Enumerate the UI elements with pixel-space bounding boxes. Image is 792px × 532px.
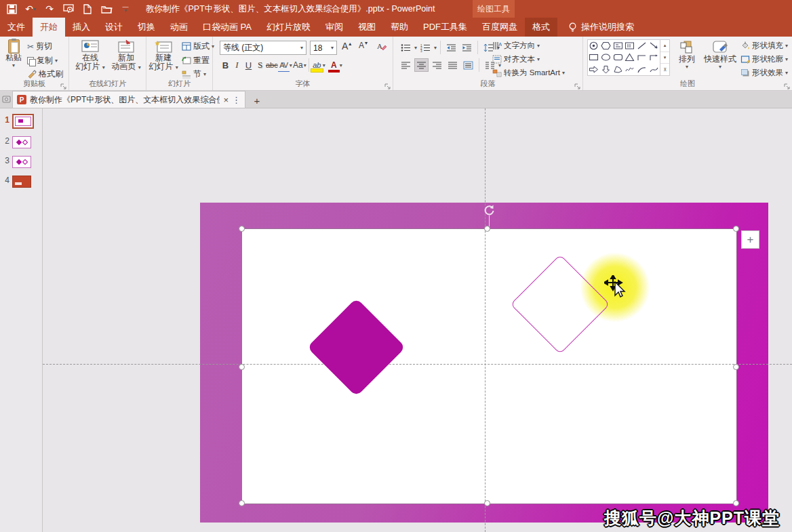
shape-block-arrow-right[interactable] (588, 64, 600, 75)
tab-design[interactable]: 设计 (98, 18, 130, 37)
tab-help[interactable]: 帮助 (383, 18, 416, 37)
new-tab-button[interactable]: + (250, 93, 264, 108)
layout-button[interactable]: 版式▾ (182, 40, 214, 53)
slide-editing-canvas[interactable]: + 搜狐号@大神PPT课堂 (43, 108, 792, 532)
distribute-text-button[interactable] (461, 58, 475, 72)
tab-pocket-animation[interactable]: 口袋动画 PA (195, 18, 259, 37)
shape-block-arrow-down[interactable] (600, 64, 612, 75)
tab-slideshow[interactable]: 幻灯片放映 (259, 18, 318, 37)
drawing-dialog-launcher[interactable] (783, 81, 791, 88)
shape-arc[interactable] (636, 64, 648, 75)
tab-insert[interactable]: 插入 (65, 18, 98, 37)
align-left-button[interactable] (399, 58, 413, 72)
tab-animations[interactable]: 动画 (163, 18, 195, 37)
text-highlight-button[interactable]: ab (311, 58, 323, 72)
font-dialog-launcher[interactable] (384, 81, 391, 88)
shape-hexagon[interactable] (600, 40, 612, 52)
shape-vertical-text-box[interactable] (624, 40, 636, 52)
shape-curve[interactable] (648, 64, 660, 75)
shape-triangle[interactable] (624, 52, 636, 63)
gallery-scroll-down[interactable]: ▾ (660, 52, 669, 64)
resize-handle-bottom-center[interactable] (484, 500, 490, 506)
slide-thumbnail-1[interactable]: 1 (3, 114, 42, 129)
tab-home[interactable]: 开始 (33, 18, 65, 37)
resize-handle-bottom-left[interactable] (239, 500, 245, 506)
arrange-button[interactable]: 排列 ▾ (674, 40, 700, 70)
shape-fill-button[interactable]: 形状填充▾ (740, 41, 788, 51)
numbering-button[interactable]: 123 (418, 41, 433, 54)
clipboard-dialog-launcher[interactable] (60, 81, 67, 88)
justify-button[interactable] (446, 58, 460, 72)
customize-qat-icon[interactable]: —▾ (119, 2, 132, 16)
shape-rounded-rectangle[interactable] (612, 52, 624, 63)
resize-handle-middle-left[interactable] (239, 364, 245, 370)
slide-thumbnail-4[interactable]: 4 (3, 174, 42, 188)
tab-more-icon[interactable]: ⋮ (232, 95, 241, 105)
shape-text-box[interactable] (612, 40, 624, 52)
bullets-button[interactable] (399, 41, 413, 54)
shape-line[interactable] (636, 40, 648, 52)
shape-action-button[interactable] (588, 40, 600, 52)
shape-effects-button[interactable]: 形状效果▾ (740, 68, 788, 78)
cut-button[interactable]: ✂ 剪切 (27, 40, 52, 53)
tab-bar-menu-icon[interactable] (0, 90, 12, 108)
resize-handle-bottom-right[interactable] (733, 500, 739, 506)
new-slide-button[interactable]: 新建 幻灯片 ▾ (148, 40, 179, 72)
redo-button[interactable]: ↷ (43, 2, 56, 16)
underline-button[interactable]: U (243, 58, 254, 72)
tab-review[interactable]: 审阅 (318, 18, 351, 37)
align-center-button[interactable] (414, 58, 429, 72)
insert-placeholder-button[interactable]: + (741, 230, 759, 249)
undo-dropdown-icon[interactable]: ▾ (33, 6, 36, 12)
paste-button[interactable]: 粘贴 ▾ (4, 39, 23, 68)
increase-font-size-button[interactable]: A▴ (342, 41, 351, 52)
gallery-more-button[interactable]: ⊼ (660, 64, 669, 75)
decrease-font-size-button[interactable]: A▾ (359, 41, 368, 50)
resize-handle-top-left[interactable] (239, 226, 245, 232)
tab-transitions[interactable]: 切换 (130, 18, 163, 37)
tell-me-search[interactable]: 操作说明搜索 (561, 18, 641, 37)
resize-handle-middle-right[interactable] (733, 364, 739, 370)
convert-to-smartart-button[interactable]: 转换为 SmartArt▾ (492, 68, 565, 78)
slideshow-from-start-icon[interactable] (62, 2, 75, 16)
font-family-combobox[interactable]: 等线 (正文)▾ (220, 41, 306, 55)
tab-close-icon[interactable]: × (223, 95, 229, 105)
shape-rectangle[interactable] (588, 52, 600, 63)
character-spacing-button[interactable]: AV (278, 58, 290, 72)
tab-file[interactable]: 文件 (0, 18, 33, 37)
shape-elbow-arrow-connector[interactable] (648, 52, 660, 63)
slide-thumbnail-3[interactable]: 3 (3, 155, 42, 168)
selected-white-rectangle[interactable] (242, 229, 736, 504)
resize-handle-top-center[interactable] (484, 226, 490, 232)
increase-indent-button[interactable] (460, 41, 474, 54)
tab-baidu-netdisk[interactable]: 百度网盘 (475, 18, 525, 37)
align-text-button[interactable]: 对齐文本▾ (492, 54, 540, 64)
shape-freeform[interactable] (612, 64, 624, 75)
tab-view[interactable]: 视图 (351, 18, 383, 37)
slide-thumbnail-2[interactable]: 2 (3, 135, 42, 148)
new-animation-page-button[interactable]: 新加 动画页 ▾ (110, 40, 142, 72)
online-slides-button[interactable]: 在线 幻灯片 ▾ (75, 40, 106, 72)
shape-arrow[interactable] (648, 40, 660, 52)
quick-styles-button[interactable]: 快速样式 ▾ (702, 40, 738, 70)
text-direction-button[interactable]: A 文字方向▾ (492, 41, 540, 51)
save-icon[interactable] (5, 2, 18, 16)
italic-button[interactable]: I (231, 58, 243, 72)
clear-formatting-button[interactable]: A (376, 41, 387, 54)
tab-format[interactable]: 格式 (525, 18, 557, 37)
decrease-indent-button[interactable] (444, 41, 458, 54)
change-case-button[interactable]: Aa (292, 58, 304, 72)
rotate-handle[interactable] (483, 204, 496, 220)
gallery-scroll-up[interactable]: ▴ (660, 40, 669, 52)
document-tab[interactable]: P 教你制作《PPT中形状、图片、文本框切入效果综合使用》.p × ⋮ (12, 91, 245, 108)
tab-pdf-tools[interactable]: PDF工具集 (416, 18, 475, 37)
undo-button[interactable]: ↶▾ (24, 2, 37, 16)
shape-scribble[interactable] (624, 64, 636, 75)
font-size-combobox[interactable]: 18▾ (310, 41, 337, 55)
font-color-button[interactable]: A (328, 58, 340, 72)
copy-button[interactable]: 复制 ▾ (27, 54, 58, 67)
bold-button[interactable]: B (220, 58, 231, 72)
strikethrough-button[interactable]: abc (266, 58, 278, 72)
paragraph-dialog-launcher[interactable] (574, 81, 581, 88)
shape-outline-button[interactable]: 形状轮廓▾ (740, 54, 788, 64)
